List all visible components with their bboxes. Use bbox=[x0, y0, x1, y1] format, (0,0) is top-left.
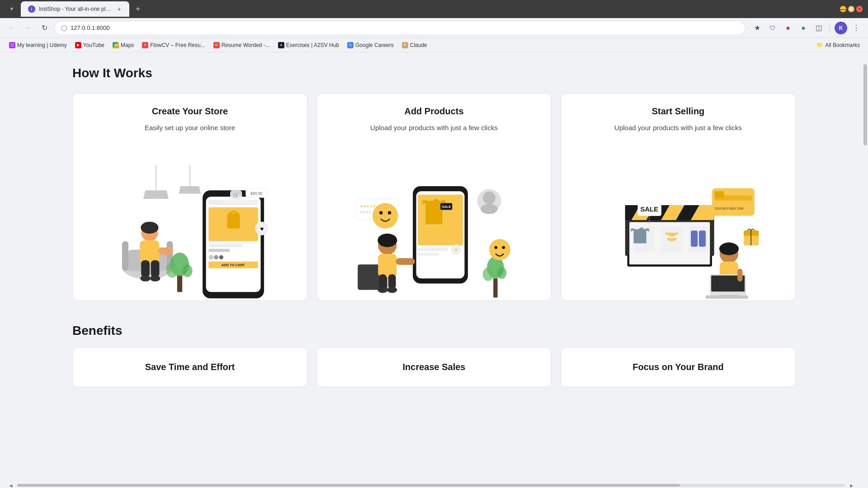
svg-rect-61 bbox=[378, 254, 396, 277]
forward-button[interactable]: → bbox=[22, 22, 34, 34]
vertical-scrollbar-thumb[interactable] bbox=[863, 64, 867, 145]
svg-rect-27 bbox=[208, 249, 230, 252]
create-store-svg: ADD TO CART ★★★★★ 🛒 ♥ $20.00 bbox=[84, 165, 296, 300]
extension-green-button[interactable]: ● bbox=[797, 22, 810, 34]
benefit-save-time-card: Save Time and Effort bbox=[72, 347, 307, 387]
benefit-focus-brand-title: Focus on Your Brand bbox=[632, 362, 724, 372]
active-tab[interactable]: i InstShop - Your all-in-one plati... + bbox=[21, 1, 129, 17]
shield-button[interactable]: 🛡 bbox=[766, 22, 779, 34]
bookmark-udemy[interactable]: U My learning | Udemy bbox=[5, 41, 71, 50]
svg-point-44 bbox=[483, 192, 495, 204]
svg-point-18 bbox=[166, 263, 178, 278]
address-bar[interactable]: ◯ 127.0.0.1:8000 bbox=[54, 21, 745, 35]
svg-point-71 bbox=[497, 267, 507, 279]
how-it-works-cards: Create Your Store Easily set up your onl… bbox=[72, 93, 796, 301]
all-bookmarks-button[interactable]: 📁 All Bookmarks bbox=[814, 41, 863, 50]
bookmark-favicon-claude: ✦ bbox=[402, 42, 408, 48]
bookmark-favicon-youtube: ▶ bbox=[75, 42, 81, 48]
benefit-increase-sales-card: Increase Sales bbox=[316, 347, 552, 387]
history-back-dropdown[interactable]: ▼ bbox=[5, 3, 18, 15]
start-selling-illustration: SALE 5316 6874 9816 2396 bbox=[572, 142, 784, 301]
bookmark-label-flowcv: FlowCV – Free Resu... bbox=[150, 42, 205, 48]
back-button[interactable]: ← bbox=[5, 22, 18, 34]
reload-button[interactable]: ↻ bbox=[38, 22, 51, 34]
bookmark-flowcv[interactable]: F FlowCV – Free Resu... bbox=[138, 41, 208, 50]
extensions-button[interactable]: ◫ bbox=[812, 22, 825, 34]
svg-marker-3 bbox=[179, 186, 201, 194]
bookmark-label-youtube: YouTube bbox=[83, 42, 104, 48]
svg-rect-63 bbox=[379, 274, 387, 289]
svg-rect-14 bbox=[158, 248, 173, 254]
maximize-button[interactable]: ⬜ bbox=[848, 6, 854, 12]
svg-point-19 bbox=[182, 264, 193, 277]
svg-text:🛒: 🛒 bbox=[233, 192, 240, 198]
add-products-description: Upload your products with just a few cli… bbox=[370, 123, 498, 133]
bookmark-favicon-a2sv: A bbox=[278, 42, 284, 48]
bookmark-resume-worded[interactable]: R Resume Worded -... bbox=[210, 41, 274, 50]
svg-marker-1 bbox=[143, 190, 169, 199]
tab-close-button[interactable]: + bbox=[117, 5, 122, 14]
svg-point-62 bbox=[377, 234, 397, 247]
new-tab-button[interactable]: + bbox=[132, 3, 144, 16]
nav-right-icons: ★ 🛡 ● ● ◫ K ⋮ bbox=[751, 22, 863, 34]
svg-point-72 bbox=[489, 239, 510, 260]
svg-point-12 bbox=[140, 276, 151, 282]
bookmark-label-udemy: My learning | Udemy bbox=[17, 42, 67, 48]
bookmarks-bar: U My learning | Udemy ▶ YouTube M Maps F… bbox=[0, 38, 868, 52]
menu-button[interactable]: ⋮ bbox=[850, 22, 863, 34]
tab-title: InstShop - Your all-in-one plati... bbox=[39, 6, 113, 12]
svg-point-65 bbox=[377, 287, 388, 293]
create-store-description: Easily set up your online store bbox=[145, 123, 235, 133]
svg-text:★★★★★: ★★★★★ bbox=[360, 204, 376, 208]
bookmark-maps[interactable]: M Maps bbox=[109, 41, 137, 50]
svg-rect-108 bbox=[737, 269, 742, 282]
bookmark-google-careers[interactable]: G Google Careers bbox=[344, 41, 397, 50]
close-button[interactable]: ✕ bbox=[856, 6, 863, 12]
bookmark-favicon-resume-worded: R bbox=[213, 42, 220, 48]
create-store-illustration: ADD TO CART ★★★★★ 🛒 ♥ $20.00 bbox=[84, 142, 296, 301]
bookmark-favicon-udemy: U bbox=[9, 42, 15, 48]
svg-text:5316 6874 9816 2396: 5316 6874 9816 2396 bbox=[715, 207, 744, 210]
svg-text:$20.00: $20.00 bbox=[250, 191, 262, 196]
bookmark-favicon-maps: M bbox=[113, 42, 119, 48]
profile-button[interactable]: K bbox=[835, 22, 847, 34]
vertical-scrollbar-track[interactable] bbox=[863, 63, 868, 387]
bookmark-favicon-google-careers: G bbox=[347, 42, 354, 48]
add-products-svg: ★★★★★ 4.8 / 5.0 bbox=[328, 165, 540, 300]
bookmark-label-google-careers: Google Careers bbox=[355, 42, 394, 48]
svg-rect-107 bbox=[706, 296, 748, 299]
benefits-grid: Save Time and Effort Increase Sales Focu… bbox=[72, 347, 796, 387]
svg-point-73 bbox=[495, 246, 498, 249]
browser-navbar: ← → ↻ ◯ 127.0.0.1:8000 ★ 🛡 ● ● ◫ K ⋮ bbox=[0, 18, 868, 38]
add-products-illustration: ★★★★★ 4.8 / 5.0 bbox=[328, 142, 540, 301]
bookmark-a2sv[interactable]: A Exercises | A2SV Hub bbox=[274, 41, 343, 50]
svg-point-66 bbox=[387, 287, 397, 293]
svg-rect-6 bbox=[122, 241, 128, 271]
bookmark-youtube[interactable]: ▶ YouTube bbox=[71, 41, 108, 50]
bookmark-label-maps: Maps bbox=[121, 42, 134, 48]
browser-titlebar: ▼ i InstShop - Your all-in-one plati... … bbox=[0, 0, 868, 18]
extension-red-button[interactable]: ● bbox=[782, 22, 794, 34]
browser-window: ▼ i InstShop - Your all-in-one plati... … bbox=[0, 0, 868, 387]
bookmark-claude[interactable]: ✦ Claude bbox=[398, 41, 431, 50]
add-products-card: Add Products Upload your products with j… bbox=[316, 93, 552, 301]
bookmark-label-claude: Claude bbox=[410, 42, 427, 48]
svg-rect-10 bbox=[141, 260, 150, 277]
svg-point-46 bbox=[373, 203, 398, 228]
svg-rect-64 bbox=[388, 274, 396, 289]
bookmark-label-resume-worded: Resume Worded -... bbox=[222, 42, 270, 48]
svg-text:4.8 / 5.0: 4.8 / 5.0 bbox=[360, 211, 371, 214]
start-selling-title: Start Selling bbox=[652, 106, 705, 117]
window-controls: — ⬜ ✕ bbox=[840, 6, 863, 12]
svg-rect-90 bbox=[699, 230, 706, 247]
bookmark-star-button[interactable]: ★ bbox=[751, 22, 764, 34]
address-text: 127.0.0.1:8000 bbox=[71, 24, 110, 31]
svg-text:SALE: SALE bbox=[442, 205, 451, 209]
tab-favicon: i bbox=[28, 5, 35, 13]
minimize-button[interactable]: — bbox=[840, 6, 846, 12]
svg-point-74 bbox=[502, 246, 505, 249]
svg-point-28 bbox=[209, 255, 213, 259]
create-store-card: Create Your Store Easily set up your onl… bbox=[72, 93, 307, 301]
svg-rect-23 bbox=[208, 200, 221, 205]
svg-point-13 bbox=[150, 276, 160, 282]
